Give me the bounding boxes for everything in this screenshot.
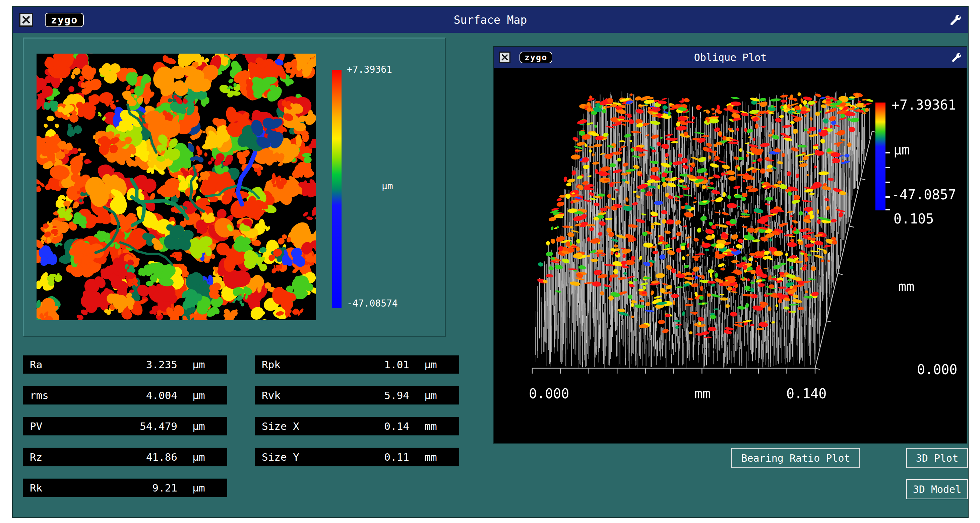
colorbar-max-label: +7.39361 — [891, 97, 956, 113]
screen: zygo Surface Map +7.39361 µm -47.08574 R… — [0, 0, 980, 523]
surface-map-window: zygo Surface Map +7.39361 µm -47.08574 R… — [12, 6, 969, 518]
measurement-row-rk: Rk 9.21 µm — [23, 478, 227, 497]
measurement-value: 9.21 — [92, 482, 177, 494]
wrench-icon[interactable] — [950, 52, 962, 63]
measurement-unit: µm — [177, 389, 220, 401]
measurement-unit: mm — [409, 451, 452, 463]
close-icon[interactable] — [19, 13, 33, 27]
measurement-label: Rk — [30, 482, 92, 494]
measurement-label: Size X — [262, 420, 324, 432]
measurement-label: Rvk — [262, 389, 324, 401]
x-axis-max-label: 0.140 — [786, 386, 827, 401]
surface-map-panel: +7.39361 µm -47.08574 — [23, 38, 446, 337]
measurement-label: rms — [30, 389, 92, 401]
colorbar-max-label: +7.39361 — [347, 64, 392, 75]
tick-mark — [886, 167, 890, 168]
measurement-value: 54.479 — [92, 420, 177, 432]
measurement-row-rpk: Rpk 1.01 µm — [255, 355, 459, 374]
measurement-value: 5.94 — [324, 389, 409, 401]
oblique-colorbar — [875, 103, 886, 210]
tick-mark — [886, 152, 890, 153]
y-axis-unit-label: mm — [898, 279, 914, 294]
window-title: Oblique Plot — [694, 52, 767, 63]
measurement-value: 0.11 — [324, 451, 409, 463]
measurement-row-rvk: Rvk 5.94 µm — [255, 386, 459, 405]
measurement-value: 1.01 — [324, 359, 409, 370]
3d-plot-button[interactable]: 3D Plot — [906, 448, 968, 468]
y-axis-origin-label: 0.000 — [917, 362, 957, 377]
measurement-value: 41.86 — [92, 451, 177, 463]
surface-map-titlebar[interactable]: zygo Surface Map — [13, 7, 968, 33]
wrench-icon[interactable] — [948, 13, 962, 27]
oblique-plot-window: zygo Oblique Plot +7.39361 µm -47.085 — [493, 46, 967, 444]
measurement-label: Rz — [30, 451, 92, 463]
oblique-plot-body: +7.39361 µm -47.0857 0.105 mm 0.000 0.00… — [494, 68, 967, 443]
measurement-label: Rpk — [262, 359, 324, 370]
tick-mark — [886, 209, 890, 210]
measurement-unit: µm — [409, 389, 452, 401]
x-axis-min-label: 0.000 — [529, 386, 569, 401]
zygo-logo: zygo — [45, 13, 84, 27]
surface-colorbar — [332, 70, 342, 308]
measurement-unit: µm — [177, 451, 220, 463]
measurement-row-ra: Ra 3.235 µm — [23, 355, 227, 374]
measurement-row-rms: rms 4.004 µm — [23, 386, 227, 405]
colorbar-unit-label: µm — [382, 181, 393, 192]
measurement-unit: µm — [177, 482, 220, 494]
tick-mark — [886, 196, 890, 198]
oblique-plot-titlebar[interactable]: zygo Oblique Plot — [494, 47, 967, 68]
colorbar-unit-label: µm — [894, 142, 910, 157]
measurement-value: 4.004 — [92, 389, 177, 401]
measurement-unit: µm — [177, 359, 220, 370]
measurement-label: Ra — [30, 359, 92, 370]
colorbar-min-label: -47.08574 — [347, 298, 398, 309]
tick-mark — [886, 181, 890, 183]
close-icon[interactable] — [499, 51, 511, 63]
measurement-unit: µm — [409, 359, 452, 370]
measurement-label: Size Y — [262, 451, 324, 463]
measurement-value: 3.235 — [92, 359, 177, 370]
colorbar-min-label: -47.0857 — [891, 187, 956, 202]
measurement-unit: mm — [409, 420, 452, 432]
surface-map-canvas[interactable] — [37, 54, 316, 320]
bearing-ratio-plot-button[interactable]: Bearing Ratio Plot — [731, 448, 860, 468]
measurement-row-size-x: Size X 0.14 mm — [255, 417, 459, 436]
measurement-label: PV — [30, 420, 92, 432]
x-axis-unit-label: mm — [694, 386, 711, 401]
measurement-value: 0.14 — [324, 420, 409, 432]
depth-max-label: 0.105 — [894, 211, 934, 226]
window-title: Surface Map — [454, 13, 527, 27]
measurement-row-size-y: Size Y 0.11 mm — [255, 448, 459, 466]
zygo-logo: zygo — [520, 52, 552, 63]
measurement-row-pv: PV 54.479 µm — [23, 417, 227, 436]
3d-model-button[interactable]: 3D Model — [906, 479, 968, 499]
measurement-row-rz: Rz 41.86 µm — [23, 448, 227, 466]
measurement-unit: µm — [177, 420, 220, 432]
